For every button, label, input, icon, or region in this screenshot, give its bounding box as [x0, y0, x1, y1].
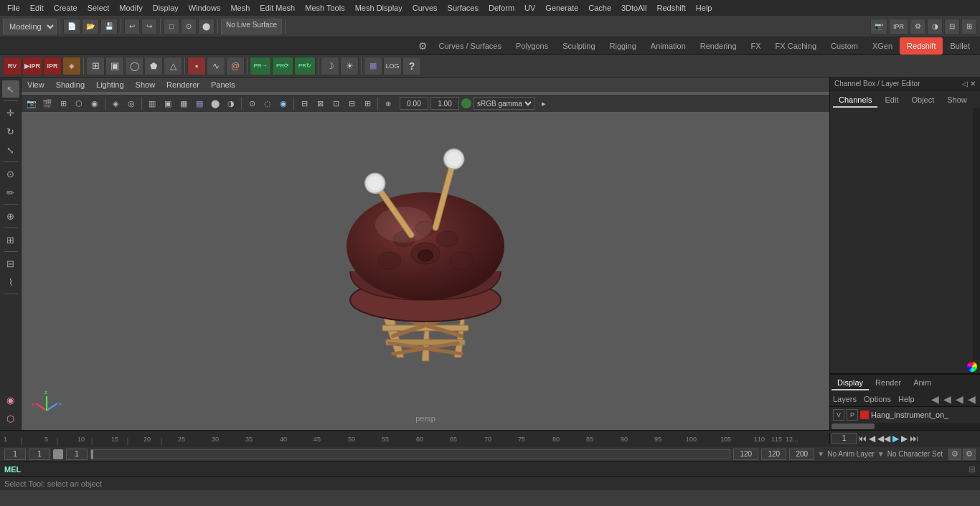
- tab-polygons[interactable]: Polygons: [509, 37, 555, 55]
- time-slider[interactable]: [90, 449, 730, 459]
- vp-hud-btn[interactable]: ⊕: [381, 96, 395, 111]
- range-start-input[interactable]: 1: [4, 449, 26, 460]
- ch-tab-show[interactable]: Show: [941, 93, 973, 108]
- rs-wave-btn[interactable]: ∿: [207, 57, 225, 75]
- cmd-submit-icon[interactable]: ⊞: [969, 464, 976, 474]
- vp-xray-btn[interactable]: ◌: [260, 96, 275, 111]
- tab-fx[interactable]: FX: [744, 37, 768, 55]
- color-mgmt-btn[interactable]: [461, 98, 471, 108]
- rs-spiral-btn[interactable]: @: [226, 57, 245, 75]
- vp-aa4-btn[interactable]: ⊞: [360, 96, 374, 111]
- vp-shading-menu[interactable]: Shading: [56, 80, 85, 89]
- rs-cube-btn[interactable]: ▣: [105, 57, 124, 75]
- select-mode-btn[interactable]: □: [164, 19, 179, 34]
- anim-settings-btn[interactable]: ⚙: [948, 449, 961, 460]
- vp-smooth-btn[interactable]: ◉: [88, 96, 102, 111]
- menu-modify[interactable]: Modify: [115, 2, 146, 14]
- vp-renderer-menu[interactable]: Renderer: [166, 80, 199, 89]
- layer-visibility-btn[interactable]: V: [833, 409, 844, 421]
- workspace-selector[interactable]: Modeling: [3, 19, 57, 34]
- vp-extra-btn[interactable]: ▸: [537, 96, 551, 111]
- tab-redshift[interactable]: Redshift: [900, 37, 943, 55]
- menu-edit-mesh[interactable]: Edit Mesh: [255, 2, 299, 14]
- char-settings-btn[interactable]: ⚙: [963, 449, 976, 460]
- play-back-btn[interactable]: ◀◀: [877, 434, 891, 444]
- vp-shade4-btn[interactable]: ▤: [192, 96, 207, 111]
- vp-shade3-btn[interactable]: ▦: [176, 96, 191, 111]
- menu-redshift[interactable]: Redshift: [652, 2, 689, 14]
- menu-display[interactable]: Display: [149, 2, 183, 14]
- render-view-btn[interactable]: 📷: [870, 19, 887, 34]
- go-end-btn[interactable]: ⏭: [909, 434, 919, 444]
- menu-deform[interactable]: Deform: [484, 2, 519, 14]
- play-fwd-btn[interactable]: ▶: [892, 434, 900, 444]
- rotate-tool-btn[interactable]: ↻: [2, 123, 19, 140]
- vp-aa-btn[interactable]: ⊠: [313, 96, 327, 111]
- render-settings-btn[interactable]: ⚙: [910, 19, 925, 34]
- rs-vol-btn[interactable]: ▦: [364, 57, 382, 75]
- rs-sphere-btn[interactable]: ◯: [125, 57, 143, 75]
- vp-aa3-btn[interactable]: ⊟: [344, 96, 359, 111]
- vp-aa2-btn[interactable]: ⊡: [329, 96, 343, 111]
- vp-panels-menu[interactable]: Panels: [211, 80, 235, 89]
- paint-btn[interactable]: ✏: [2, 184, 19, 201]
- rs-mat-btn[interactable]: ◈: [62, 57, 81, 75]
- tab-xgen[interactable]: XGen: [865, 37, 900, 55]
- vp-shade1-btn[interactable]: ▥: [145, 96, 159, 111]
- rs-pr3-btn[interactable]: PR↻: [294, 57, 316, 75]
- tab-rendering[interactable]: Rendering: [693, 37, 744, 55]
- color-btn[interactable]: ◑: [927, 19, 943, 34]
- tab-rigging[interactable]: Rigging: [603, 37, 644, 55]
- anim-layer-color[interactable]: [53, 449, 63, 459]
- vp-grid-btn[interactable]: ⊞: [56, 96, 70, 111]
- open-scene-btn[interactable]: 📂: [82, 19, 99, 34]
- select-tool-btn[interactable]: ↖: [2, 80, 19, 98]
- go-start-btn[interactable]: ⏮: [857, 434, 867, 444]
- rs-rv-btn[interactable]: RV: [3, 57, 22, 75]
- snap-grid-btn[interactable]: ⊟: [2, 255, 19, 272]
- soft-select-btn[interactable]: ⊙: [2, 165, 19, 182]
- command-input[interactable]: [25, 465, 964, 474]
- rs-dome-btn[interactable]: ☽: [321, 57, 339, 75]
- paint-mode-btn[interactable]: ⬤: [198, 19, 215, 34]
- ui-btn[interactable]: ⊞: [961, 19, 977, 34]
- tab-custom[interactable]: Custom: [824, 37, 865, 55]
- vp-view-menu[interactable]: View: [27, 80, 44, 89]
- layer-tab-render[interactable]: Render: [870, 376, 907, 390]
- rs-grid-btn[interactable]: ⊞: [86, 57, 105, 75]
- rs-pr1-btn[interactable]: PR→: [250, 57, 271, 75]
- ch-tab-edit[interactable]: Edit: [879, 93, 904, 108]
- new-scene-btn[interactable]: 📄: [63, 19, 80, 34]
- save-scene-btn[interactable]: 💾: [100, 19, 118, 34]
- tab-fx-caching[interactable]: FX Caching: [768, 37, 824, 55]
- rs-plane-btn[interactable]: △: [164, 57, 182, 75]
- rs-pr2-btn[interactable]: PR⟳: [272, 57, 293, 75]
- camera-far-input[interactable]: 1.00: [430, 97, 459, 110]
- layout-btn[interactable]: ⊟: [944, 19, 960, 34]
- menu-help[interactable]: Help: [692, 2, 717, 14]
- no-live-surface[interactable]: No Live Surface: [221, 19, 282, 34]
- undo-btn[interactable]: ↩: [124, 19, 140, 34]
- rs-sun-btn[interactable]: ☀: [340, 57, 359, 75]
- camera-near-input[interactable]: 0.00: [400, 97, 428, 110]
- ipr-btn[interactable]: IPR: [889, 19, 908, 34]
- vp-shade2-btn[interactable]: ▣: [161, 96, 175, 111]
- menu-mesh[interactable]: Mesh: [226, 2, 254, 14]
- rs-shape-btn[interactable]: ⬟: [144, 57, 163, 75]
- redo-btn[interactable]: ↪: [141, 19, 157, 34]
- frame-end-input[interactable]: 120: [733, 449, 758, 460]
- char-set-arrow[interactable]: ▼: [877, 450, 885, 458]
- menu-create[interactable]: Create: [50, 2, 82, 14]
- menu-file[interactable]: File: [3, 2, 24, 14]
- vp-cam-btn[interactable]: 📷: [24, 96, 39, 111]
- right-hscrollbar[interactable]: [830, 423, 980, 430]
- tab-bullet[interactable]: Bullet: [943, 37, 977, 55]
- layer-add-btn[interactable]: ◀: [954, 393, 965, 405]
- rs-red-cube-btn[interactable]: ▪: [187, 57, 206, 75]
- rp-close-btn[interactable]: ✕: [970, 80, 976, 88]
- show-manip-btn[interactable]: ⊕: [2, 207, 19, 225]
- camera-btn[interactable]: ◉: [2, 391, 19, 408]
- rs-bottom-btn[interactable]: ⬡: [2, 410, 19, 427]
- rs-help-btn[interactable]: ?: [402, 57, 421, 75]
- menu-windows[interactable]: Windows: [184, 2, 225, 14]
